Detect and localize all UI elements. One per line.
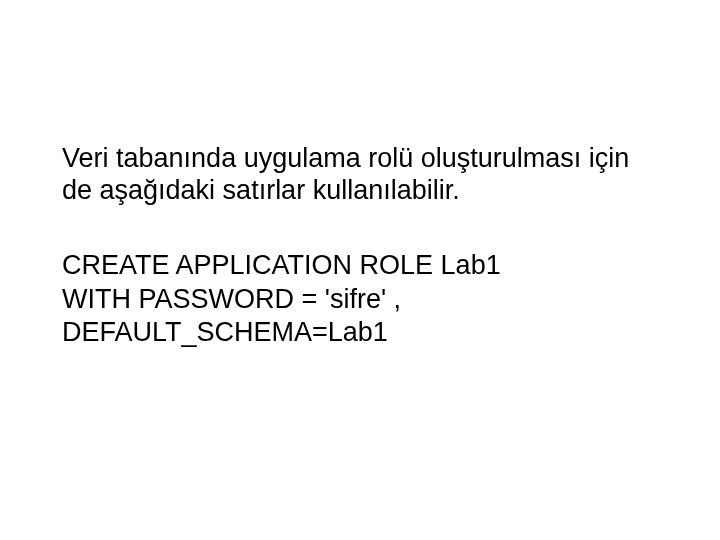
code-line-2: WITH PASSWORD = 'sifre' , xyxy=(62,283,662,317)
slide-content: Veri tabanında uygulama rolü oluşturulma… xyxy=(62,142,662,350)
code-line-3: DEFAULT_SCHEMA=Lab1 xyxy=(62,316,662,350)
intro-paragraph: Veri tabanında uygulama rolü oluşturulma… xyxy=(62,142,662,207)
code-block: CREATE APPLICATION ROLE Lab1 WITH PASSWO… xyxy=(62,249,662,350)
code-line-1: CREATE APPLICATION ROLE Lab1 xyxy=(62,249,662,283)
